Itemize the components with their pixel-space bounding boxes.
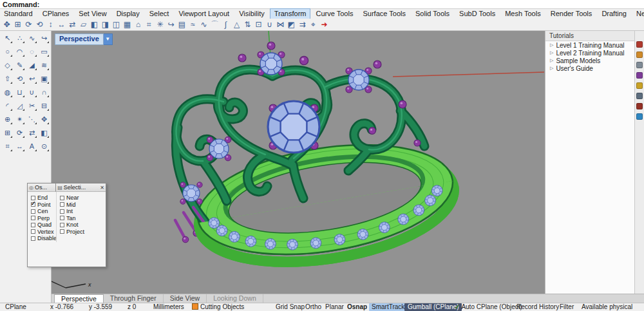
record-history-toggle[interactable]: Record History	[516, 303, 559, 311]
checkbox-icon[interactable]	[60, 223, 64, 227]
split-icon[interactable]: ⊟	[39, 100, 50, 112]
chamfer-icon[interactable]: ◿	[14, 100, 25, 112]
menu-display[interactable]: Display	[113, 9, 144, 19]
move-tool-icon[interactable]: ✥	[39, 113, 50, 126]
extrude-icon[interactable]: ⇧	[2, 73, 13, 85]
tutorial-level2[interactable]: ▷Level 2 Training Manual	[545, 49, 634, 57]
menu-new-in-v8[interactable]: New in V8	[632, 9, 644, 19]
scale-icon[interactable]: ↕	[45, 19, 56, 30]
loft-icon[interactable]: ≋	[39, 59, 50, 71]
menu-surface-tools[interactable]: Surface Tools	[359, 9, 410, 19]
checkbox-icon[interactable]	[60, 216, 64, 220]
shear-icon[interactable]: ▱	[78, 19, 89, 30]
osnap-point[interactable]: Point	[28, 202, 56, 209]
menu-cplanes[interactable]: CPlanes	[39, 9, 73, 19]
osnap-tan[interactable]: Tan	[57, 215, 106, 222]
array-icon[interactable]: ⌗	[144, 19, 155, 30]
revolve-icon[interactable]: ⟲	[14, 73, 25, 85]
materials-panel-icon[interactable]	[636, 72, 643, 79]
current-layer-button[interactable]: Cutting Objects	[192, 303, 244, 311]
display-panel-icon[interactable]	[636, 62, 643, 68]
menu-mesh-tools[interactable]: Mesh Tools	[501, 9, 544, 19]
libraries-panel-icon[interactable]	[636, 103, 643, 109]
tab-through-finger[interactable]: Through Finger	[104, 294, 164, 303]
menu-standard[interactable]: Standard	[0, 9, 37, 19]
ortho-toggle[interactable]: Ortho	[305, 303, 321, 311]
menu-curve-tools[interactable]: Curve Tools	[312, 9, 357, 19]
array-polar-icon[interactable]: ✳	[155, 19, 166, 30]
viewport-title-dropdown-icon[interactable]: ▼	[104, 33, 113, 45]
menu-subd-tools[interactable]: SubD Tools	[455, 9, 499, 19]
flow-surface-icon[interactable]: ∿	[198, 19, 209, 30]
osnap-project[interactable]: Project	[57, 229, 106, 236]
osnap-panel-title[interactable]: ◎ Os...	[28, 184, 55, 192]
tab-looking-down[interactable]: Looking Down	[207, 294, 263, 303]
mirror-tool-icon[interactable]: ⇄	[26, 127, 37, 139]
flow-icon[interactable]: ≈	[187, 19, 198, 30]
checkbox-icon[interactable]	[31, 196, 35, 200]
command-input[interactable]: Command:	[0, 0, 644, 9]
select-icon[interactable]: ↖	[2, 32, 13, 44]
cage-edit-icon[interactable]: ⊡	[253, 19, 264, 30]
checkbox-icon[interactable]	[31, 223, 35, 227]
menu-select[interactable]: Select	[146, 9, 173, 19]
smooth-icon[interactable]: ∪	[264, 19, 275, 30]
ellipse-icon[interactable]: ◌	[26, 46, 37, 58]
osnap-disable[interactable]: Disable	[28, 235, 56, 242]
rotate-3d-icon[interactable]: ⟲	[34, 19, 45, 30]
menu-solid-tools[interactable]: Solid Tools	[412, 9, 453, 19]
explode-icon[interactable]: ✴	[14, 113, 25, 126]
tutorial-users-guide[interactable]: ▷User's Guide	[545, 64, 634, 72]
checkbox-icon[interactable]	[31, 229, 35, 234]
osnap-knot[interactable]: Knot	[57, 221, 106, 229]
rotate-tool-icon[interactable]: ⟳	[14, 127, 25, 139]
units-button[interactable]: Millimeters	[153, 303, 184, 311]
array-surface-icon[interactable]: ▤	[176, 19, 187, 30]
layers-panel-icon[interactable]	[636, 52, 643, 58]
checkbox-icon[interactable]	[60, 209, 64, 214]
distribute-icon[interactable]: ⇉	[297, 19, 308, 30]
taper-icon[interactable]: △	[231, 19, 242, 30]
orient-surface-icon[interactable]: ▦	[122, 19, 133, 30]
cylinder-icon[interactable]: ⊔	[14, 86, 25, 99]
menu-set-view[interactable]: Set View	[75, 9, 110, 19]
polygon-icon[interactable]: ◇	[2, 59, 13, 71]
boolean-intersect-icon[interactable]: ∩	[39, 86, 50, 99]
freeform-curve-icon[interactable]: ↪	[39, 32, 50, 44]
checkbox-icon[interactable]	[31, 236, 35, 241]
mirror-icon[interactable]: ◧	[89, 19, 100, 30]
zoom-icon[interactable]: ⊙	[39, 140, 50, 153]
sphere-icon[interactable]: ◍	[2, 86, 13, 99]
osnap-cen[interactable]: Cen	[28, 208, 56, 215]
circle-icon[interactable]: ○	[2, 46, 13, 58]
osnap-perp[interactable]: Perp	[28, 215, 56, 222]
checkbox-icon[interactable]	[31, 216, 35, 220]
arc-icon[interactable]: ◠	[14, 46, 25, 58]
osnap-toggle[interactable]: Osnap	[347, 303, 367, 311]
menu-transform[interactable]: Transform	[270, 9, 310, 19]
align-icon[interactable]: ◩	[286, 19, 297, 30]
rectangle-icon[interactable]: ▭	[39, 46, 50, 58]
cplane-button[interactable]: CPlane	[5, 303, 26, 311]
expand-arrow-icon[interactable]: ▷	[550, 42, 553, 48]
array-curve-icon[interactable]: ↪	[166, 19, 176, 30]
menu-drafting[interactable]: Drafting	[598, 9, 630, 19]
text-icon[interactable]: A	[26, 140, 37, 153]
properties-panel-icon[interactable]	[636, 41, 643, 48]
checkbox-icon[interactable]	[31, 209, 35, 214]
stretch-icon[interactable]: ⇅	[242, 19, 253, 30]
bend-icon[interactable]: ⌒	[209, 19, 220, 30]
osnap-near[interactable]: Near	[57, 194, 106, 202]
macro-arrow-icon[interactable]: ➜	[319, 19, 330, 30]
move-icon[interactable]: ✥	[1, 19, 12, 30]
curve-icon[interactable]: ∿	[26, 32, 37, 44]
remap-cplane-icon[interactable]: ⌂	[133, 19, 144, 30]
sketch-icon[interactable]: ✎	[14, 59, 25, 71]
osnap-mid[interactable]: Mid	[57, 202, 106, 209]
viewport-title-label[interactable]: Perspective	[55, 33, 104, 45]
gumball-toggle[interactable]: Gumball (CPlane)	[404, 303, 462, 311]
dimension-icon[interactable]: ↔	[14, 140, 25, 153]
scale-1d-icon[interactable]: ⇄	[67, 19, 78, 30]
surface-3pt-icon[interactable]: ◢	[26, 59, 37, 71]
menu-viewport-layout[interactable]: Viewport Layout	[175, 9, 233, 19]
